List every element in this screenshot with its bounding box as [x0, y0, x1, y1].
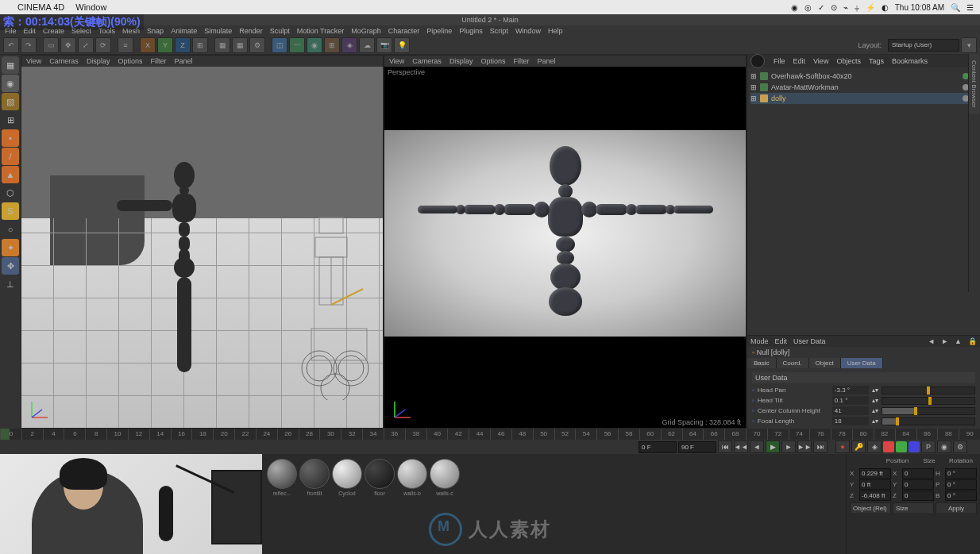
menu-sculpt[interactable]: Sculpt [270, 27, 290, 35]
expand-icon[interactable]: ⊞ [750, 72, 757, 80]
expand-icon[interactable]: ⊞ [750, 83, 757, 91]
timeline-tick[interactable]: 82 [874, 429, 895, 440]
timeline-tick[interactable]: 8 [85, 429, 106, 440]
object-row[interactable]: ⊞ Overhawk-Softbox-40x20 [750, 71, 977, 82]
timeline-tick[interactable]: 52 [554, 429, 576, 440]
axis-button[interactable]: ✥ [2, 257, 19, 275]
timeline-tick[interactable]: 60 [639, 429, 661, 440]
rot-h-field[interactable]: 0 ° [945, 468, 977, 479]
om-tags[interactable]: Tags [866, 57, 886, 65]
primitive-cube-button[interactable]: ◫ [272, 37, 287, 53]
timeline-tick[interactable]: 62 [661, 429, 682, 440]
layout-config-button[interactable]: ▾ [961, 37, 977, 53]
key-options-button[interactable]: ⚙ [953, 441, 967, 453]
timeline-tick[interactable]: 22 [234, 429, 256, 440]
snap-3d-button[interactable]: S [2, 202, 19, 220]
viewport-left-scene[interactable] [21, 67, 383, 428]
menu-plugins[interactable]: Plugins [459, 27, 483, 35]
record-button[interactable]: ● [835, 441, 850, 453]
goto-start-button[interactable]: ⏮ [718, 441, 732, 453]
tweak-button[interactable]: ✦ [2, 239, 19, 256]
object-hierarchy[interactable]: ⊞ Overhawk-Softbox-40x20 ⊞ Avatar-MattWo… [747, 67, 980, 107]
texture-mode-button[interactable]: ▨ [2, 93, 19, 110]
headpan-slider[interactable] [882, 387, 975, 394]
attr-edit[interactable]: Edit [775, 337, 788, 345]
timeline-tick[interactable]: 0 [0, 429, 21, 440]
viewport-right[interactable]: View Cameras Display Options Filter Pane… [384, 55, 747, 429]
timeline-tick[interactable]: 68 [724, 429, 746, 440]
timeline-tick[interactable]: 30 [319, 429, 341, 440]
timeline-tick[interactable]: 86 [916, 429, 938, 440]
render-settings-button[interactable]: ⚙ [249, 37, 265, 53]
nurbs-button[interactable]: ◉ [307, 37, 322, 53]
timeline-ruler[interactable]: 0246810121416182022242628303234363840424… [0, 429, 980, 440]
menu-mograph[interactable]: MoGraph [351, 27, 381, 35]
pos-key-button[interactable] [883, 441, 894, 452]
rot-b-field[interactable]: 0 ° [945, 491, 977, 501]
timeline-tick[interactable]: 18 [191, 429, 213, 440]
material-preview[interactable]: floor [365, 459, 395, 489]
spline-button[interactable]: 〰 [289, 37, 305, 53]
workplane-button[interactable]: ⊞ [2, 111, 19, 129]
object-name[interactable]: dolly [771, 94, 786, 102]
light-button[interactable]: 💡 [394, 37, 410, 53]
y-axis-lock[interactable]: Y [157, 37, 173, 53]
scale-button[interactable]: ⤢ [78, 37, 94, 53]
range-start-field[interactable]: 0 F [639, 441, 677, 453]
array-button[interactable]: ⊞ [324, 37, 340, 53]
mac-clock[interactable]: Thu 10:08 AM [895, 3, 944, 12]
timeline-tick[interactable]: 16 [171, 429, 192, 440]
menu-script[interactable]: Script [490, 27, 508, 35]
timeline-tick[interactable]: 58 [618, 429, 639, 440]
material-manager[interactable]: reflec... frontlit Cyclod floor walls-b … [262, 454, 846, 554]
timeline-tick[interactable]: 34 [362, 429, 384, 440]
spinner-icon[interactable]: ▴▾ [872, 397, 878, 404]
spinner-icon[interactable]: ▴▾ [872, 407, 878, 414]
snap-enable-button[interactable]: ⬡ [2, 184, 19, 202]
vp2-display[interactable]: Display [449, 57, 473, 65]
timeline-tick[interactable]: 38 [405, 429, 426, 440]
menu-window[interactable]: Window [515, 27, 541, 35]
vp1-view[interactable]: View [26, 57, 41, 65]
om-edit[interactable]: Edit [791, 57, 808, 65]
tab-userdata[interactable]: User Data [841, 358, 883, 368]
goto-end-button[interactable]: ⏭ [813, 441, 828, 453]
material-preview[interactable]: frontlit [299, 459, 330, 489]
menu-render[interactable]: Render [239, 27, 263, 35]
timeline-tick[interactable]: 76 [809, 429, 831, 440]
render-pv-button[interactable]: ▦ [232, 37, 248, 53]
vp2-options[interactable]: Options [480, 57, 505, 65]
vp2-filter[interactable]: Filter [513, 57, 529, 65]
size-y-field[interactable]: 0 [902, 479, 934, 490]
mac-window-menu[interactable]: Window [75, 2, 106, 12]
object-name[interactable]: Overhawk-Softbox-40x20 [771, 72, 852, 80]
material-preview[interactable]: walls-b [397, 459, 427, 489]
tab-coord[interactable]: Coord. [777, 358, 809, 368]
vp2-view[interactable]: View [389, 57, 404, 65]
spinner-icon[interactable]: ▴▾ [872, 387, 878, 394]
tab-basic[interactable]: Basic [747, 358, 777, 368]
object-row[interactable]: ⊞ dolly [750, 93, 977, 104]
menu-motiontracker[interactable]: Motion Tracker [297, 27, 345, 35]
model-mode-button[interactable]: ◉ [2, 75, 19, 92]
pos-y-field[interactable]: 0 ft [859, 479, 891, 490]
environment-button[interactable]: ☁ [359, 37, 375, 53]
camera-button[interactable]: 📷 [376, 37, 392, 53]
pla-key-button[interactable]: ◉ [937, 441, 951, 453]
timeline-tick[interactable]: 42 [447, 429, 469, 440]
vp1-panel[interactable]: Panel [174, 57, 192, 65]
timeline-tick[interactable]: 84 [895, 429, 916, 440]
attr-mode[interactable]: Mode [750, 337, 769, 345]
timeline-tick[interactable]: 2 [21, 429, 43, 440]
next-frame-button[interactable]: ► [781, 441, 796, 453]
scale-key-button[interactable] [896, 441, 907, 452]
live-select-button[interactable]: ▭ [43, 37, 59, 53]
x-axis-lock[interactable]: X [140, 37, 156, 53]
move-button[interactable]: ✥ [60, 37, 76, 53]
timeline-tick[interactable]: 90 [959, 429, 980, 440]
menu-pipeline[interactable]: Pipeline [426, 27, 452, 35]
om-file[interactable]: File [771, 57, 788, 65]
viewport-right-scene[interactable]: Perspective [384, 67, 746, 428]
timeline-tick[interactable]: 80 [852, 429, 874, 440]
autokey-button[interactable]: 🔑 [851, 441, 866, 453]
